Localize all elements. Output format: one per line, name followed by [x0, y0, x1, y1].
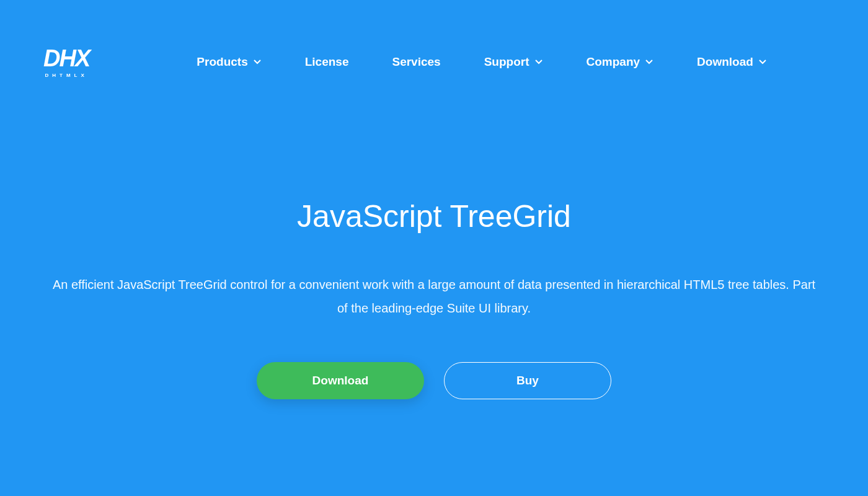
hero-buttons: Download Buy [50, 362, 818, 399]
site-header: DHX DHTMLX Products License Services Sup… [0, 0, 868, 124]
nav-label: Services [392, 55, 440, 69]
nav-item-license[interactable]: License [305, 55, 349, 69]
nav-label: Download [697, 55, 753, 69]
nav-label: Company [587, 55, 640, 69]
logo-main-text: DHX [43, 46, 89, 70]
nav-item-services[interactable]: Services [392, 55, 440, 69]
logo[interactable]: DHX DHTMLX [43, 46, 89, 78]
download-button[interactable]: Download [257, 362, 424, 399]
logo-sub-text: DHTMLX [45, 73, 87, 78]
nav-label: License [305, 55, 349, 69]
chevron-down-icon [253, 58, 262, 66]
hero-description: An efficient JavaScript TreeGrid control… [50, 273, 818, 320]
chevron-down-icon [645, 58, 653, 66]
chevron-down-icon [534, 58, 543, 66]
hero-section: JavaScript TreeGrid An efficient JavaScr… [0, 124, 868, 399]
nav-item-products[interactable]: Products [197, 55, 261, 69]
main-nav: Products License Services Support Compan… [139, 55, 825, 69]
page-title: JavaScript TreeGrid [50, 198, 818, 234]
nav-label: Products [197, 55, 247, 69]
chevron-down-icon [758, 58, 767, 66]
nav-label: Support [484, 55, 529, 69]
nav-item-download[interactable]: Download [697, 55, 767, 69]
nav-item-company[interactable]: Company [587, 55, 654, 69]
buy-button[interactable]: Buy [444, 362, 611, 399]
nav-item-support[interactable]: Support [484, 55, 543, 69]
